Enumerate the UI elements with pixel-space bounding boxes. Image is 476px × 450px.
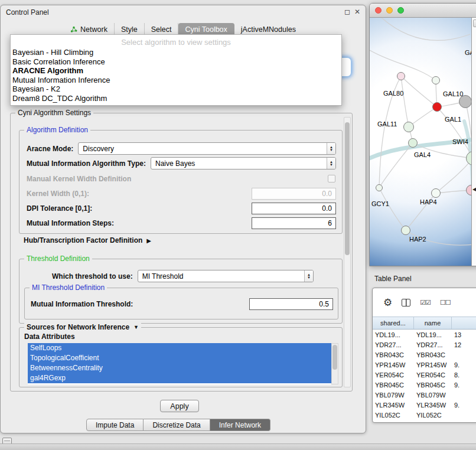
column-header-shared[interactable]: shared... [373,317,414,329]
column-header-blank[interactable] [452,317,476,329]
combo-down-icon: ▼ [330,164,333,167]
algorithm-definition-title: Algorithm Definition [24,126,90,134]
table-row[interactable]: YDL19...YDL19...13 [373,330,476,340]
table-cell: YBL079W [414,390,452,400]
column-header-name[interactable]: name [414,317,452,329]
table-row[interactable]: YDR27...YDR27...12 [373,340,476,350]
algorithm-option-mutual-information-inference[interactable]: Mutual Information Inference [11,76,341,85]
settings-scrollbar[interactable] [344,117,351,387]
node-label-gcy1: GCY1 [371,200,389,207]
table-cell: YLR345W [414,400,452,410]
network-node-6[interactable] [466,151,471,165]
table-row[interactable]: YLR345WYLR345W9. [373,400,476,410]
zoom-window-light[interactable] [397,7,404,14]
which-threshold-row: Which threshold to use: MI Threshold ▲▼ [52,270,314,282]
network-node-9[interactable] [401,226,410,235]
expanded-arrow-icon[interactable]: ▼ [133,324,139,330]
mi-threshold-definition-group: MI Threshold Definition Mutual Informati… [24,288,338,319]
bottom-tab-infer-network[interactable]: Infer Network [210,419,270,431]
table-row[interactable]: YPR145WYPR145W9. [373,360,476,370]
sources-title[interactable]: Sources for Network Inference ▼ [24,323,141,331]
mi-steps-field[interactable]: 6 [252,217,336,229]
mi-threshold-field[interactable]: 0.5 [249,298,333,310]
settings-scrollbar-thumb[interactable] [345,122,350,255]
close-panel-icon[interactable]: ✕ [354,8,360,16]
attribute-gal4rgexp[interactable]: gal4RGexp [28,373,331,383]
attributes-list-scrollbar[interactable] [331,343,338,384]
table-cell: YBR043C [414,350,452,360]
data-attributes-list[interactable]: SelfLoopsTopologicalCoefficientBetweenne… [28,343,331,384]
attribute-betweennesscentrality[interactable]: BetweennessCentrality [28,363,331,373]
cyni-algorithm-settings-group: Cyni Algorithm Settings Algorithm Defini… [10,113,353,392]
network-vertical-scrollbar[interactable]: ◀ [471,18,476,266]
node-label-gal80: GAL80 [383,90,403,97]
network-node-2[interactable] [432,102,442,112]
table-cell: YBR045C [414,380,452,390]
float-window-icon[interactable]: ◻ [344,8,350,16]
gear-icon[interactable]: ⚙ [383,296,392,309]
table-row[interactable]: YBR043CYBR043C [373,350,476,360]
bottom-tab-discretize-data[interactable]: Discretize Data [144,419,210,431]
network-node-0[interactable] [397,72,405,80]
attribute-topologicalcoefficient[interactable]: TopologicalCoefficient [28,353,331,363]
algorithm-option-dream8-dc-tdc-algorithm[interactable]: Dream8 DC_TDC Algorithm [11,94,341,103]
window-buttons: ◻ ✕ [344,8,360,16]
table-row[interactable]: YBR045CYBR045C9. [373,380,476,390]
minimize-window-light[interactable] [386,7,393,14]
network-node-10[interactable] [376,184,383,191]
apply-button[interactable]: Apply [160,400,199,412]
kernel-width-field[interactable]: 0.0 [252,188,336,200]
algorithm-option-bayesian-hill-climbing[interactable]: Bayesian - Hill Climbing [11,48,341,57]
network-canvas[interactable]: GAL80GAL10GAL11GAL1SWI4GAL4GCY1HAP4HAP2G… [370,18,471,266]
network-node-5[interactable] [408,138,418,148]
network-node-7[interactable] [431,188,441,198]
combo-down-icon: ▼ [330,149,333,152]
scrollbar-button[interactable] [473,19,476,27]
table-row[interactable]: YER054CYER054C8. [373,370,476,380]
screen: Control Panel ◻ ✕ NetworkStyleSelectCyni… [0,0,476,450]
bottom-tab-impute-data[interactable]: Impute Data [86,419,144,431]
network-nodes-layer: GAL80GAL10GAL11GAL1SWI4GAL4GCY1HAP4HAP2G… [370,18,471,266]
attributes-scrollbar-thumb[interactable] [332,345,337,370]
network-node-1[interactable] [432,76,440,84]
collapse-arrow-icon[interactable]: ◀ [472,187,476,192]
network-node-8[interactable] [466,185,471,195]
aracne-mode-select[interactable]: Discovery ▲▼ [78,142,336,155]
table-row[interactable]: YBL079WYBL079W [373,390,476,400]
table-cell [452,350,476,360]
mi-threshold-row: Mutual Information Threshold: 0.5 [31,298,333,310]
dpi-tolerance-label: DPI Tolerance [0,1]: [27,204,92,213]
close-window-light[interactable] [375,7,382,14]
which-threshold-select[interactable]: MI Threshold ▲▼ [138,270,314,282]
mi-type-label: Mutual Information Algorithm Type: [27,159,146,168]
node-label-gal8: GAL8 [465,49,471,56]
network-node-4[interactable] [403,122,414,132]
deselect-all-icon[interactable]: ☐☐ [440,299,451,306]
aracne-mode-value: Discovery [79,145,327,153]
dpi-tolerance-field[interactable]: 0.0 [252,203,336,214]
table-cell: 9. [452,400,476,410]
control-panel-titlebar[interactable]: Control Panel ◻ ✕ [1,5,366,19]
settings-group-title: Cyni Algorithm Settings [15,109,93,117]
collapsed-arrow-icon[interactable]: ▶ [146,237,151,244]
mi-type-select[interactable]: Naive Bayes ▲▼ [151,157,336,169]
threshold-definition-group: Threshold Definition Which threshold to … [19,259,343,324]
algorithm-option-basic-correlation-inference[interactable]: Basic Correlation Inference [11,57,341,67]
columns-icon[interactable] [402,299,410,306]
which-threshold-label: Which threshold to use: [52,272,133,281]
manual-kernel-checkbox[interactable] [328,175,335,182]
table-cell: YBL079W [373,390,414,400]
table-cell: 9. [452,360,476,370]
aracne-mode-row: Aracne Mode: Discovery ▲▼ [27,142,336,155]
manual-kernel-row: Manual Kernel Width Definition [27,172,336,185]
table-row[interactable]: YIL052CYIL052C [373,410,476,420]
hub-transcription-factor-toggle[interactable]: Hub/Transcription Factor Definition ▶ [24,236,151,244]
algorithm-option-aracne-algorithm[interactable]: ARACNE Algorithm [11,66,341,76]
table-cell: YIL052C [373,410,414,420]
algorithm-option-bayesian-k2[interactable]: Bayesian - K2 [11,84,341,94]
table-cell: 8. [452,370,476,380]
algorithm-dropdown-placeholder: Select algorithm to view settings [11,37,341,48]
select-all-icon[interactable]: ☑☑ [420,299,431,306]
network-window-titlebar[interactable] [370,4,476,18]
attribute-selfloops[interactable]: SelfLoops [28,343,331,353]
